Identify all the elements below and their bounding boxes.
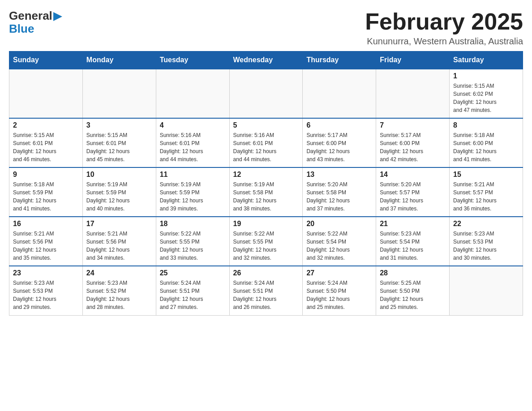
day-info: Sunrise: 5:24 AMSunset: 5:51 PMDaylight:… bbox=[233, 279, 299, 311]
calendar-cell bbox=[82, 69, 156, 118]
calendar-cell: 3Sunrise: 5:15 AMSunset: 6:01 PMDaylight… bbox=[82, 118, 156, 167]
calendar-cell: 16Sunrise: 5:21 AMSunset: 5:56 PMDayligh… bbox=[9, 217, 83, 266]
calendar-cell bbox=[450, 266, 523, 315]
day-number: 9 bbox=[13, 171, 79, 179]
day-info: Sunrise: 5:25 AMSunset: 5:50 PMDaylight:… bbox=[380, 279, 446, 311]
day-number: 8 bbox=[453, 121, 519, 129]
calendar-cell: 20Sunrise: 5:22 AMSunset: 5:54 PMDayligh… bbox=[303, 217, 376, 266]
day-number: 18 bbox=[160, 220, 226, 228]
day-info: Sunrise: 5:22 AMSunset: 5:54 PMDaylight:… bbox=[306, 230, 372, 262]
calendar-week-row: 1Sunrise: 5:15 AMSunset: 6:02 PMDaylight… bbox=[9, 69, 523, 118]
calendar-cell bbox=[303, 69, 376, 118]
calendar-header-row: Sunday Monday Tuesday Wednesday Thursday… bbox=[9, 51, 523, 69]
calendar-cell: 22Sunrise: 5:23 AMSunset: 5:53 PMDayligh… bbox=[450, 217, 523, 266]
day-info: Sunrise: 5:23 AMSunset: 5:53 PMDaylight:… bbox=[453, 230, 519, 262]
header-tuesday: Tuesday bbox=[156, 51, 229, 69]
day-info: Sunrise: 5:24 AMSunset: 5:50 PMDaylight:… bbox=[306, 279, 372, 311]
calendar-cell: 13Sunrise: 5:20 AMSunset: 5:58 PMDayligh… bbox=[303, 167, 376, 217]
calendar-cell: 4Sunrise: 5:16 AMSunset: 6:01 PMDaylight… bbox=[156, 118, 229, 167]
day-info: Sunrise: 5:21 AMSunset: 5:56 PMDaylight:… bbox=[86, 230, 152, 262]
day-info: Sunrise: 5:23 AMSunset: 5:52 PMDaylight:… bbox=[86, 279, 152, 311]
title-area: February 2025 Kununurra, Western Austral… bbox=[365, 9, 523, 47]
header-thursday: Thursday bbox=[303, 51, 376, 69]
day-info: Sunrise: 5:15 AMSunset: 6:01 PMDaylight:… bbox=[13, 131, 79, 163]
calendar-cell: 11Sunrise: 5:19 AMSunset: 5:59 PMDayligh… bbox=[156, 167, 229, 217]
day-number: 20 bbox=[306, 220, 372, 228]
logo: General Blue bbox=[9, 9, 62, 36]
day-info: Sunrise: 5:20 AMSunset: 5:57 PMDaylight:… bbox=[380, 180, 446, 213]
day-number: 12 bbox=[233, 171, 299, 179]
day-number: 13 bbox=[306, 171, 372, 179]
day-number: 21 bbox=[380, 220, 446, 228]
day-number: 7 bbox=[380, 121, 446, 129]
day-info: Sunrise: 5:24 AMSunset: 5:51 PMDaylight:… bbox=[160, 279, 226, 311]
calendar-week-row: 2Sunrise: 5:15 AMSunset: 6:01 PMDaylight… bbox=[9, 118, 523, 167]
day-number: 5 bbox=[233, 121, 299, 129]
calendar-cell: 1Sunrise: 5:15 AMSunset: 6:02 PMDaylight… bbox=[450, 69, 523, 118]
svg-marker-0 bbox=[53, 12, 62, 21]
day-info: Sunrise: 5:19 AMSunset: 5:58 PMDaylight:… bbox=[233, 180, 299, 213]
day-info: Sunrise: 5:22 AMSunset: 5:55 PMDaylight:… bbox=[160, 230, 226, 262]
header-sunday: Sunday bbox=[9, 51, 83, 69]
calendar-cell: 26Sunrise: 5:24 AMSunset: 5:51 PMDayligh… bbox=[229, 266, 303, 315]
day-number: 22 bbox=[453, 220, 519, 228]
day-info: Sunrise: 5:15 AMSunset: 6:01 PMDaylight:… bbox=[86, 131, 152, 163]
calendar-cell: 6Sunrise: 5:17 AMSunset: 6:00 PMDaylight… bbox=[303, 118, 376, 167]
day-info: Sunrise: 5:18 AMSunset: 6:00 PMDaylight:… bbox=[453, 131, 519, 163]
calendar-week-row: 16Sunrise: 5:21 AMSunset: 5:56 PMDayligh… bbox=[9, 217, 523, 266]
day-number: 24 bbox=[86, 269, 152, 277]
day-info: Sunrise: 5:20 AMSunset: 5:58 PMDaylight:… bbox=[306, 180, 372, 213]
day-number: 16 bbox=[13, 220, 79, 228]
calendar-cell: 17Sunrise: 5:21 AMSunset: 5:56 PMDayligh… bbox=[82, 217, 156, 266]
calendar-cell: 23Sunrise: 5:23 AMSunset: 5:53 PMDayligh… bbox=[9, 266, 83, 315]
calendar-cell bbox=[156, 69, 229, 118]
logo-general-text: General bbox=[9, 9, 52, 23]
month-title: February 2025 bbox=[365, 9, 523, 34]
day-info: Sunrise: 5:23 AMSunset: 5:53 PMDaylight:… bbox=[13, 279, 79, 311]
day-number: 23 bbox=[13, 269, 79, 277]
calendar-cell: 8Sunrise: 5:18 AMSunset: 6:00 PMDaylight… bbox=[450, 118, 523, 167]
logo-blue-text: Blue bbox=[9, 22, 34, 36]
day-number: 19 bbox=[233, 220, 299, 228]
day-number: 15 bbox=[453, 171, 519, 179]
day-info: Sunrise: 5:18 AMSunset: 5:59 PMDaylight:… bbox=[13, 180, 79, 213]
calendar-cell: 18Sunrise: 5:22 AMSunset: 5:55 PMDayligh… bbox=[156, 217, 229, 266]
day-number: 1 bbox=[453, 72, 519, 80]
calendar-cell: 14Sunrise: 5:20 AMSunset: 5:57 PMDayligh… bbox=[376, 167, 450, 217]
calendar-cell: 24Sunrise: 5:23 AMSunset: 5:52 PMDayligh… bbox=[82, 266, 156, 315]
day-number: 4 bbox=[160, 121, 226, 129]
header-friday: Friday bbox=[376, 51, 450, 69]
calendar-cell: 9Sunrise: 5:18 AMSunset: 5:59 PMDaylight… bbox=[9, 167, 83, 217]
day-number: 26 bbox=[233, 269, 299, 277]
calendar-cell: 25Sunrise: 5:24 AMSunset: 5:51 PMDayligh… bbox=[156, 266, 229, 315]
day-number: 27 bbox=[306, 269, 372, 277]
day-number: 3 bbox=[86, 121, 152, 129]
calendar-cell bbox=[376, 69, 450, 118]
day-info: Sunrise: 5:17 AMSunset: 6:00 PMDaylight:… bbox=[306, 131, 372, 163]
day-number: 28 bbox=[380, 269, 446, 277]
day-number: 2 bbox=[13, 121, 79, 129]
header-monday: Monday bbox=[82, 51, 156, 69]
page-header: General Blue February 2025 Kununurra, We… bbox=[9, 9, 523, 47]
day-number: 17 bbox=[86, 220, 152, 228]
header-wednesday: Wednesday bbox=[229, 51, 303, 69]
day-info: Sunrise: 5:17 AMSunset: 6:00 PMDaylight:… bbox=[380, 131, 446, 163]
calendar-cell: 12Sunrise: 5:19 AMSunset: 5:58 PMDayligh… bbox=[229, 167, 303, 217]
calendar-cell: 21Sunrise: 5:23 AMSunset: 5:54 PMDayligh… bbox=[376, 217, 450, 266]
calendar-cell: 27Sunrise: 5:24 AMSunset: 5:50 PMDayligh… bbox=[303, 266, 376, 315]
day-info: Sunrise: 5:19 AMSunset: 5:59 PMDaylight:… bbox=[86, 180, 152, 213]
day-number: 11 bbox=[160, 171, 226, 179]
calendar-cell: 10Sunrise: 5:19 AMSunset: 5:59 PMDayligh… bbox=[82, 167, 156, 217]
day-info: Sunrise: 5:21 AMSunset: 5:57 PMDaylight:… bbox=[453, 180, 519, 213]
calendar-cell: 28Sunrise: 5:25 AMSunset: 5:50 PMDayligh… bbox=[376, 266, 450, 315]
calendar-week-row: 23Sunrise: 5:23 AMSunset: 5:53 PMDayligh… bbox=[9, 266, 523, 315]
day-info: Sunrise: 5:19 AMSunset: 5:59 PMDaylight:… bbox=[160, 180, 226, 213]
day-info: Sunrise: 5:16 AMSunset: 6:01 PMDaylight:… bbox=[160, 131, 226, 163]
day-number: 14 bbox=[380, 171, 446, 179]
day-info: Sunrise: 5:21 AMSunset: 5:56 PMDaylight:… bbox=[13, 230, 79, 262]
calendar-cell: 19Sunrise: 5:22 AMSunset: 5:55 PMDayligh… bbox=[229, 217, 303, 266]
calendar-cell: 2Sunrise: 5:15 AMSunset: 6:01 PMDaylight… bbox=[9, 118, 83, 167]
day-info: Sunrise: 5:22 AMSunset: 5:55 PMDaylight:… bbox=[233, 230, 299, 262]
day-info: Sunrise: 5:16 AMSunset: 6:01 PMDaylight:… bbox=[233, 131, 299, 163]
day-number: 6 bbox=[306, 121, 372, 129]
